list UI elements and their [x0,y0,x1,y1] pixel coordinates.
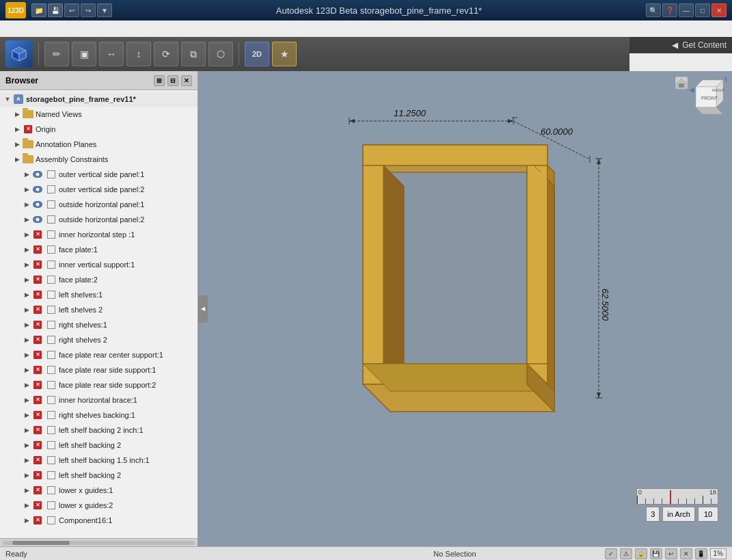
outside-hp1-expand[interactable]: ▶ [22,200,31,209]
left-shelves2-expand[interactable]: ▶ [22,305,31,315]
right-shelves2-expand[interactable]: ▶ [22,335,31,345]
annotation-planes-expand[interactable]: ▶ [12,139,22,149]
fp-rear-side2-expand[interactable]: ▶ [22,380,31,390]
left-shelves1-item[interactable]: ▶ ✕ left shelves:1 [0,287,198,302]
close-btn[interactable]: ✕ [711,3,727,17]
fp-rear-center-expand[interactable]: ▶ [22,350,31,360]
outside-hp2-item[interactable]: ▶ outside horizontal panel:2 [0,212,198,227]
inner-hs1-expand[interactable]: ▶ [22,230,31,239]
right-shelves-backing1-expand[interactable]: ▶ [22,410,31,420]
checkmark-icon[interactable]: ✓ [605,548,617,559]
inner-hs1-x-icon: ✕ [31,230,44,239]
left-shelf-backing2inch1-item[interactable]: ▶ ✕ left shelf backing 2 inch:1 [0,423,198,438]
annotation-planes-label: Annotation Planes [36,140,96,148]
fp-rear-side1-expand[interactable]: ▶ [22,365,31,375]
save-status-icon[interactable]: 💾 [650,548,662,559]
outer-vsp2-item[interactable]: ▶ outer vertical side panel:2 [0,182,198,197]
left-shelf-backing15inch2-box-icon [45,470,57,480]
left-shelf-backing15inch2-expand[interactable]: ▶ [22,470,31,480]
outer-vsp1-expand[interactable]: ▶ [22,170,31,179]
status-bar: Ready No Selection ✓ ⚠ 🔒 💾 ↩ ✕ 📱 1% [0,546,732,560]
left-shelves1-expand[interactable]: ▶ [22,290,31,299]
undo-btn[interactable]: ↩ [64,3,79,17]
capture-tool[interactable]: ★ [272,42,297,66]
more-btn[interactable]: ▼ [97,3,112,17]
fp-rear-side2-item[interactable]: ▶ ✕ face plate rear side support:2 [0,377,198,392]
face-plate2-expand[interactable]: ▶ [22,275,31,284]
scale-tool[interactable]: ↕ [126,42,151,66]
right-shelves1-expand[interactable]: ▶ [22,320,31,330]
browser-close-btn[interactable]: ✕ [181,75,192,86]
left-shelf-backing15inch1-expand[interactable]: ▶ [22,455,31,465]
get-content-bar[interactable]: ◀ Get Content [629,37,732,53]
browser-tile-btn[interactable]: ⊞ [154,75,165,86]
component16-1-expand[interactable]: ▶ [22,516,31,525]
named-views-expand[interactable]: ▶ [12,109,22,119]
ruler-unit-selector[interactable]: in Arch [662,507,695,522]
minimize-btn[interactable]: — [679,3,694,17]
outside-hp2-expand[interactable]: ▶ [22,215,31,224]
lower-x-guides1-item[interactable]: ▶ ✕ lower x guides:1 [0,483,198,498]
inner-hs1-item[interactable]: ▶ ✕ inner horizontal step :1 [0,227,198,242]
save-btn[interactable]: 💾 [48,3,63,17]
left-shelf-backing2inch2-x-icon: ✕ [31,440,44,450]
left-shelf-backing15inch1-item[interactable]: ▶ ✕ left shelf backing 1.5 inch:1 [0,453,198,468]
mobile-icon[interactable]: 📱 [695,548,707,559]
warning-icon[interactable]: ⚠ [620,548,632,559]
rotate-tool[interactable]: ⟳ [154,42,178,66]
inner-vs1-expand[interactable]: ▶ [22,260,31,269]
lower-x-guides2-item[interactable]: ▶ ✕ lower x guides:2 [0,498,198,513]
face-plate1-item[interactable]: ▶ ✕ face plate:1 [0,242,198,257]
restore-btn[interactable]: □ [695,3,710,17]
browser-scrollbar-bottom[interactable] [0,538,198,546]
viewport[interactable]: FRONT RIGHT ◀ 11 [198,71,732,546]
right-shelves-backing1-item[interactable]: ▶ ✕ right shelves backing:1 [0,408,198,423]
svg-rect-42 [383,165,527,364]
h-scrollbar-thumb[interactable] [12,541,70,545]
mirror-tool[interactable]: ⧉ [181,42,206,66]
left-shelf-backing15inch2-item[interactable]: ▶ ✕ left shelf backing 2 [0,468,198,483]
help-search-btn[interactable]: 🔍 [646,3,661,17]
outer-vsp2-expand[interactable]: ▶ [22,185,31,194]
origin-expand[interactable]: ▶ [12,124,22,134]
tree-root[interactable]: ▼ A storagebot_pine_frame_rev11* [0,92,198,107]
lower-x-guides2-expand[interactable]: ▶ [22,501,31,510]
inner-hb1-item[interactable]: ▶ ✕ inner horizontal brace:1 [0,392,198,408]
undo-status-icon[interactable]: ↩ [665,548,677,559]
file-open-btn[interactable]: 📁 [31,3,46,17]
inner-vs1-item[interactable]: ▶ ✕ inner vertical support:1 [0,257,198,272]
named-views-item[interactable]: ▶ Named Views [0,107,198,122]
h-scrollbar[interactable] [3,541,195,545]
right-shelves2-item[interactable]: ▶ ✕ right shelves 2 [0,332,198,347]
close-status-icon[interactable]: ✕ [680,548,692,559]
lock-icon[interactable]: 🔒 [635,548,647,559]
outer-vsp1-item[interactable]: ▶ outer vertical side panel:1 [0,167,198,182]
view-cube-button[interactable] [5,40,33,68]
move-tool[interactable]: ↔ [99,42,124,66]
right-shelves1-item[interactable]: ▶ ✕ right shelves:1 [0,317,198,332]
browser-list-btn[interactable]: ⊟ [167,75,178,86]
outside-hp1-item[interactable]: ▶ outside horizontal panel:1 [0,197,198,212]
origin-item[interactable]: ▶ ✕ Origin [0,122,198,137]
sketch-tool[interactable]: ✏ [44,42,69,66]
help-btn[interactable]: ❓ [662,3,677,17]
inner-hb1-expand[interactable]: ▶ [22,395,31,405]
face-plate2-item[interactable]: ▶ ✕ face plate:2 [0,272,198,287]
fp-rear-center-item[interactable]: ▶ ✕ face plate rear center support:1 [0,347,198,362]
root-expand[interactable]: ▼ [3,94,12,104]
assembly-constraints-item[interactable]: ▶ Assembly Constraints [0,152,198,167]
lower-x-guides1-expand[interactable]: ▶ [22,485,31,495]
2d-view-tool[interactable]: 2D [245,42,269,66]
face-plate1-expand[interactable]: ▶ [22,245,31,254]
left-shelf-backing2inch1-expand[interactable]: ▶ [22,425,31,435]
assembly-constraints-expand[interactable]: ▶ [12,155,22,164]
fp-rear-side1-item[interactable]: ▶ ✕ face plate rear side support:1 [0,362,198,377]
left-shelf-backing2inch2-item[interactable]: ▶ ✕ left shelf backing 2 [0,438,198,453]
annotation-planes-item[interactable]: ▶ Annotation Planes [0,137,198,152]
left-shelves2-item[interactable]: ▶ ✕ left shelves 2 [0,302,198,317]
left-shelf-backing2inch2-expand[interactable]: ▶ [22,440,31,450]
redo-btn[interactable]: ↪ [81,3,96,17]
pattern-tool[interactable]: ⬡ [208,42,233,66]
primitives-tool[interactable]: ▣ [72,42,96,66]
component16-1-item[interactable]: ▶ ✕ Component16:1 [0,513,198,528]
